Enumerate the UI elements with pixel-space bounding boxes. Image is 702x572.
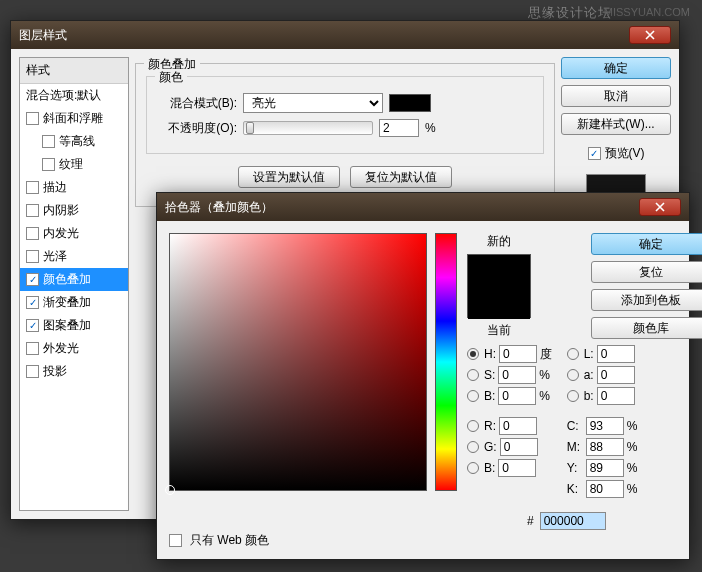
k-input[interactable] bbox=[586, 480, 624, 498]
style-item[interactable]: 等高线 bbox=[20, 130, 128, 153]
style-checkbox[interactable] bbox=[26, 319, 39, 332]
a-input[interactable] bbox=[597, 366, 635, 384]
bc-input[interactable] bbox=[498, 459, 536, 477]
style-item[interactable]: 渐变叠加 bbox=[20, 291, 128, 314]
new-label: 新的 bbox=[487, 233, 511, 250]
c-input[interactable] bbox=[586, 417, 624, 435]
preview-label: 预览(V) bbox=[605, 145, 645, 162]
style-item[interactable]: 内发光 bbox=[20, 222, 128, 245]
y-input[interactable] bbox=[586, 459, 624, 477]
style-item[interactable]: 颜色叠加 bbox=[20, 268, 128, 291]
radio-r[interactable] bbox=[467, 420, 479, 432]
hex-input[interactable] bbox=[540, 512, 606, 530]
blend-mode-label: 混合模式(B): bbox=[157, 95, 237, 112]
style-item[interactable]: 内阴影 bbox=[20, 199, 128, 222]
radio-g[interactable] bbox=[467, 441, 479, 453]
g-input[interactable] bbox=[500, 438, 538, 456]
numeric-fields: H:度 S:% B:% R: G: B: L: a: b: C:% M:% Y:… bbox=[467, 345, 702, 498]
cancel-button[interactable]: 取消 bbox=[561, 85, 671, 107]
style-item[interactable]: 投影 bbox=[20, 360, 128, 383]
style-checkbox[interactable] bbox=[42, 135, 55, 148]
r-input[interactable] bbox=[499, 417, 537, 435]
styles-list: 样式 混合选项:默认 斜面和浮雕等高线纹理描边内阴影内发光光泽颜色叠加渐变叠加图… bbox=[19, 57, 129, 511]
picker-left bbox=[169, 233, 457, 530]
style-item[interactable]: 纹理 bbox=[20, 153, 128, 176]
hue-slider[interactable] bbox=[435, 233, 457, 491]
picker-titlebar[interactable]: 拾色器（叠加颜色） bbox=[157, 193, 689, 221]
style-item-label: 渐变叠加 bbox=[43, 294, 91, 311]
style-checkbox[interactable] bbox=[26, 112, 39, 125]
style-item[interactable]: 描边 bbox=[20, 176, 128, 199]
style-item-label: 描边 bbox=[43, 179, 67, 196]
b-input[interactable] bbox=[597, 387, 635, 405]
close-icon[interactable] bbox=[629, 26, 671, 44]
layer-style-titlebar[interactable]: 图层样式 bbox=[11, 21, 679, 49]
opacity-input[interactable] bbox=[379, 119, 419, 137]
style-checkbox[interactable] bbox=[42, 158, 55, 171]
radio-l[interactable] bbox=[567, 348, 579, 360]
add-swatch-button[interactable]: 添加到色板 bbox=[591, 289, 702, 311]
opacity-slider[interactable] bbox=[243, 121, 373, 135]
web-only-checkbox[interactable] bbox=[169, 534, 182, 547]
color-lib-button[interactable]: 颜色库 bbox=[591, 317, 702, 339]
sv-field[interactable] bbox=[169, 233, 427, 491]
color-swatch[interactable] bbox=[389, 94, 431, 112]
style-checkbox[interactable] bbox=[26, 273, 39, 286]
s-input[interactable] bbox=[498, 366, 536, 384]
radio-a[interactable] bbox=[567, 369, 579, 381]
ok-button[interactable]: 确定 bbox=[561, 57, 671, 79]
style-item[interactable]: 光泽 bbox=[20, 245, 128, 268]
picker-reset-button[interactable]: 复位 bbox=[591, 261, 702, 283]
current-label: 当前 bbox=[487, 322, 511, 339]
style-checkbox[interactable] bbox=[26, 365, 39, 378]
radio-b[interactable] bbox=[567, 390, 579, 402]
styles-header: 样式 bbox=[20, 58, 128, 84]
style-item-label: 内阴影 bbox=[43, 202, 79, 219]
style-item-label: 等高线 bbox=[59, 133, 95, 150]
preview-checkbox[interactable] bbox=[588, 147, 601, 160]
style-item-label: 图案叠加 bbox=[43, 317, 91, 334]
reset-default-button[interactable]: 复位为默认值 bbox=[350, 166, 452, 188]
style-item-label: 纹理 bbox=[59, 156, 83, 173]
color-overlay-group: 颜色叠加 颜色 混合模式(B): 亮光 不透明度(O): % bbox=[135, 63, 555, 207]
radio-s[interactable] bbox=[467, 369, 479, 381]
h-input[interactable] bbox=[499, 345, 537, 363]
style-item-label: 斜面和浮雕 bbox=[43, 110, 103, 127]
picker-title: 拾色器（叠加颜色） bbox=[165, 199, 639, 216]
color-compare[interactable] bbox=[467, 254, 531, 318]
style-checkbox[interactable] bbox=[26, 227, 39, 240]
new-style-button[interactable]: 新建样式(W)... bbox=[561, 113, 671, 135]
picker-right-buttons: 确定 复位 添加到色板 颜色库 bbox=[541, 233, 702, 339]
slider-thumb[interactable] bbox=[246, 122, 254, 134]
style-checkbox[interactable] bbox=[26, 296, 39, 309]
style-checkbox[interactable] bbox=[26, 342, 39, 355]
style-item-label: 内发光 bbox=[43, 225, 79, 242]
l-input[interactable] bbox=[597, 345, 635, 363]
bv-input[interactable] bbox=[498, 387, 536, 405]
radio-h[interactable] bbox=[467, 348, 479, 360]
layer-style-title: 图层样式 bbox=[19, 27, 629, 44]
color-compare-col: 新的 当前 bbox=[467, 233, 531, 339]
blend-options-default[interactable]: 混合选项:默认 bbox=[20, 84, 128, 107]
style-checkbox[interactable] bbox=[26, 181, 39, 194]
style-item[interactable]: 图案叠加 bbox=[20, 314, 128, 337]
blend-mode-select[interactable]: 亮光 bbox=[243, 93, 383, 113]
m-input[interactable] bbox=[586, 438, 624, 456]
opacity-label: 不透明度(O): bbox=[157, 120, 237, 137]
style-item[interactable]: 斜面和浮雕 bbox=[20, 107, 128, 130]
inner-title: 颜色 bbox=[155, 69, 187, 86]
opacity-unit: % bbox=[425, 121, 436, 135]
style-checkbox[interactable] bbox=[26, 250, 39, 263]
close-icon[interactable] bbox=[639, 198, 681, 216]
current-color-swatch bbox=[468, 287, 530, 319]
hex-label: # bbox=[527, 514, 534, 528]
style-item[interactable]: 外发光 bbox=[20, 337, 128, 360]
set-default-button[interactable]: 设置为默认值 bbox=[238, 166, 340, 188]
new-color-swatch bbox=[468, 255, 530, 287]
radio-bc[interactable] bbox=[467, 462, 479, 474]
radio-bv[interactable] bbox=[467, 390, 479, 402]
sv-cursor-icon[interactable] bbox=[165, 485, 175, 495]
style-item-label: 颜色叠加 bbox=[43, 271, 91, 288]
style-checkbox[interactable] bbox=[26, 204, 39, 217]
picker-ok-button[interactable]: 确定 bbox=[591, 233, 702, 255]
